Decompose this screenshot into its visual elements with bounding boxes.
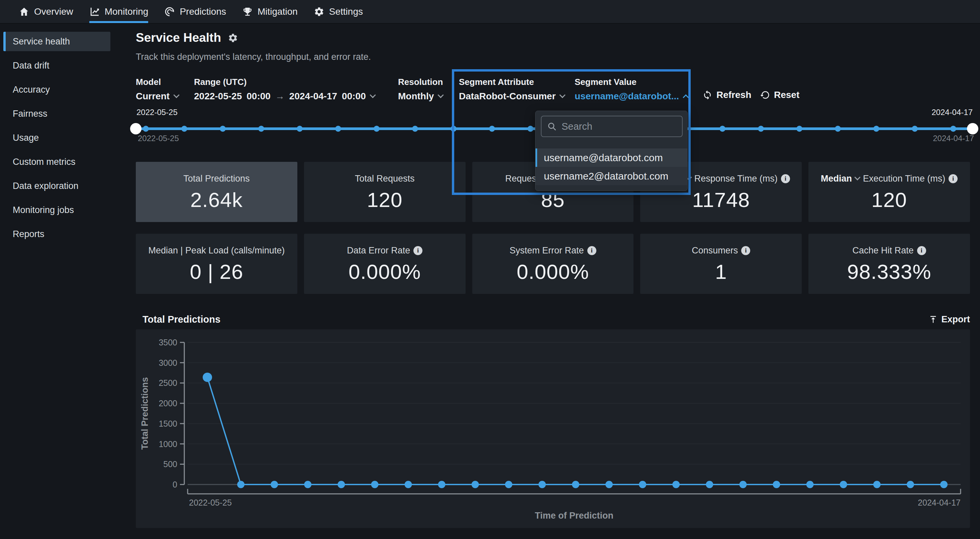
trophy-icon	[242, 6, 253, 17]
chart-title: Total Predictions	[136, 314, 220, 325]
sidebar-item-service-health[interactable]: Service health	[3, 32, 110, 51]
svg-text:0: 0	[173, 480, 177, 489]
segment-attribute-select[interactable]: DataRobot-Consumer	[459, 91, 565, 102]
tile-label-text: Consumers	[692, 245, 738, 256]
page-title: Service Health	[136, 31, 238, 45]
nav-item-settings[interactable]: Settings	[314, 0, 363, 23]
metric-tile-median-peak-load-calls-minute[interactable]: Median | Peak Load (calls/minute)0 | 26	[136, 234, 298, 294]
slider-tick-dot	[527, 126, 533, 132]
page-subtitle: Track this deployment's latency, through…	[136, 52, 371, 62]
svg-text:Time of Prediction: Time of Prediction	[535, 510, 613, 521]
chart-header: Total Predictions Export	[136, 312, 970, 326]
tile-label-text: Data Error Rate	[347, 245, 410, 256]
sidebar-item-accuracy[interactable]: Accuracy	[3, 80, 110, 99]
info-icon: i	[414, 246, 422, 255]
svg-text:2022-05-25: 2022-05-25	[189, 498, 232, 507]
dropdown-option-username-datarobot-com[interactable]: username@datarobot.com	[536, 148, 687, 167]
metric-tile-consumers[interactable]: Consumersi1	[640, 234, 802, 294]
nav-item-predictions[interactable]: Predictions	[164, 0, 226, 23]
chevron-down-icon	[854, 174, 860, 180]
tile-label: Data Error Ratei	[304, 245, 466, 256]
tile-label-text: Total Requests	[355, 173, 415, 184]
tile-label-text: Total Predictions	[183, 173, 250, 184]
chevron-down-icon	[369, 92, 375, 98]
dropdown-option-username2-datarobot-com[interactable]: username2@datarobot.com	[536, 167, 687, 185]
top-navigation: OverviewMonitoringPredictionsMitigationS…	[0, 0, 980, 24]
slider-tick-dot	[912, 126, 918, 132]
metric-tile-total-predictions[interactable]: Total Predictions2.64k	[136, 162, 298, 222]
svg-text:2500: 2500	[159, 378, 177, 388]
slider-handle-start[interactable]	[130, 123, 142, 134]
metric-tile-system-error-rate[interactable]: System Error Ratei0.000%	[472, 234, 634, 294]
info-icon: i	[587, 246, 597, 255]
tile-label: System Error Ratei	[472, 245, 634, 256]
spiral-target-icon	[164, 6, 175, 17]
export-label: Export	[941, 314, 970, 325]
slider-tick-dot	[143, 126, 149, 132]
metric-tile-cache-hit-rate[interactable]: Cache Hit Ratei98.333%	[808, 234, 970, 294]
nav-item-mitigation[interactable]: Mitigation	[242, 0, 298, 23]
total-predictions-chart: 05001000150020002500300035002022-05-2520…	[136, 329, 970, 528]
slider-tick-dot	[412, 126, 418, 132]
tile-label: Total Requests	[304, 173, 466, 184]
slider-tick-dot	[374, 126, 380, 132]
tile-value: 11748	[640, 188, 802, 211]
resolution-select[interactable]: Monthly	[398, 91, 443, 102]
line-chart-icon	[89, 6, 100, 17]
svg-text:2000: 2000	[159, 399, 177, 408]
sidebar-item-data-drift[interactable]: Data drift	[3, 56, 110, 75]
export-button[interactable]: Export	[929, 314, 970, 325]
info-icon: i	[948, 174, 958, 183]
tile-label: Consumersi	[640, 245, 802, 256]
nav-item-label: Predictions	[180, 6, 226, 17]
tile-label: Cache Hit Ratei	[808, 245, 970, 256]
reset-button[interactable]: Reset	[760, 90, 799, 100]
slider-tick-dot	[297, 126, 303, 132]
range-select[interactable]: 2022-05-25 00:00 → 2024-04-17 00:00	[194, 91, 375, 102]
metric-tile-data-error-rate[interactable]: Data Error Ratei0.000%	[304, 234, 466, 294]
sidebar-item-monitoring-jobs[interactable]: Monitoring jobs	[3, 200, 110, 220]
chevron-up-icon	[682, 94, 689, 100]
chart-svg: 05001000150020002500300035002022-05-2520…	[136, 329, 970, 528]
sidebar-item-data-exploration[interactable]: Data exploration	[3, 176, 110, 196]
slider-tick-dot	[873, 126, 879, 132]
metric-tile-total-requests[interactable]: Total Requests120	[304, 162, 466, 222]
slider-tick-dot	[489, 126, 495, 132]
model-value: Current	[136, 91, 170, 102]
search-icon	[547, 121, 557, 131]
nav-item-overview[interactable]: Overview	[19, 0, 73, 23]
sidebar: Service healthData driftAccuracyFairness…	[0, 24, 110, 539]
sidebar-item-reports[interactable]: Reports	[3, 224, 110, 244]
slider-tick-dot	[258, 126, 264, 132]
model-select[interactable]: Current	[136, 91, 178, 102]
slider-handle-end[interactable]	[967, 123, 978, 134]
segment-value-select[interactable]: username@datarobot...	[574, 91, 688, 102]
nav-item-monitoring[interactable]: Monitoring	[89, 0, 148, 23]
info-icon: i	[917, 246, 926, 255]
sidebar-item-fairness[interactable]: Fairness	[3, 104, 110, 123]
range-from-date: 2022-05-25	[194, 91, 242, 102]
reset-label: Reset	[774, 90, 799, 100]
tile-label-text: Median | Peak Load (calls/minute)	[148, 245, 285, 256]
service-health-settings-gear-icon[interactable]	[228, 33, 238, 43]
tile-value: 2.64k	[136, 188, 298, 211]
tile-value: 0 | 26	[136, 260, 298, 283]
dropdown-search-input[interactable]	[562, 121, 672, 132]
sidebar-item-usage[interactable]: Usage	[3, 128, 110, 148]
slider-start-date-top: 2022-05-25	[137, 108, 178, 117]
svg-text:1500: 1500	[159, 419, 177, 428]
slider-tick-dot	[835, 126, 841, 132]
gear-icon	[314, 6, 325, 17]
metric-tile-median-execution-time-ms[interactable]: MedianExecution Time (ms)i120	[808, 162, 970, 222]
tile-metric-selector[interactable]: Median	[821, 173, 852, 184]
sidebar-item-custom-metrics[interactable]: Custom metrics	[3, 152, 110, 172]
resolution-value: Monthly	[398, 91, 434, 102]
refresh-button[interactable]: Refresh	[702, 90, 751, 100]
tile-label-text: Cache Hit Rate	[853, 245, 914, 256]
range-arrow-icon: →	[275, 91, 285, 102]
tile-value: 85	[472, 188, 634, 211]
svg-text:3500: 3500	[159, 338, 177, 347]
tile-value: 0.000%	[472, 260, 634, 283]
svg-text:3000: 3000	[159, 358, 177, 367]
slider-tick-dot	[796, 126, 802, 132]
